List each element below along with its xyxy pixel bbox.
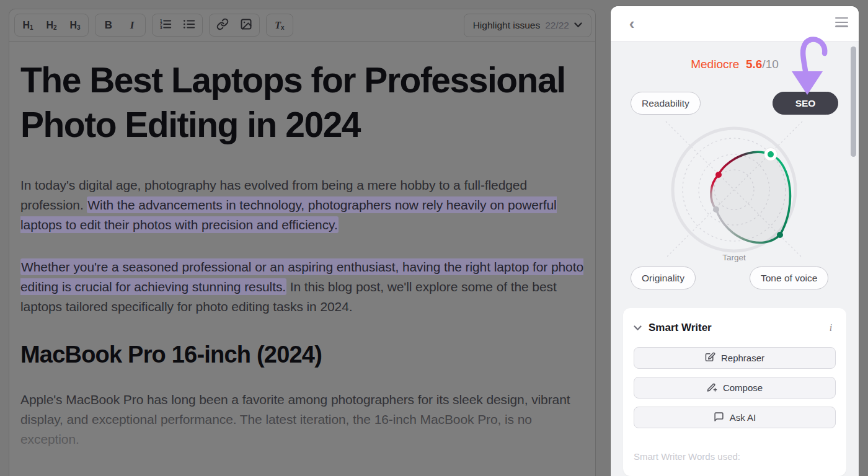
- document-heading2: MacBook Pro 16-inch (2024): [20, 339, 584, 370]
- editor-container: H1 H2 H3 B I 1 2 3: [9, 9, 596, 476]
- link-icon: [216, 18, 229, 32]
- chat-bubble-icon: [714, 412, 724, 424]
- image-icon: [240, 18, 252, 32]
- h2-label: H: [46, 20, 53, 31]
- paragraph-text: Apple's MacBook Pro has long been a favo…: [20, 392, 570, 446]
- h1-sub: 1: [30, 24, 33, 31]
- panel-header: ‹: [611, 6, 859, 42]
- clear-format-group: Tx: [266, 14, 293, 37]
- tab-originality[interactable]: Originality: [631, 267, 696, 289]
- clear-formatting-icon: T: [275, 20, 281, 31]
- chevron-down-icon: [574, 22, 582, 28]
- highlighted-issue-text[interactable]: With the advancements in technology, pho…: [20, 196, 557, 233]
- readability-point: [715, 172, 722, 178]
- italic-button[interactable]: I: [121, 16, 143, 34]
- list-group: 1 2 3: [152, 14, 203, 37]
- heading2-button[interactable]: H2: [40, 16, 63, 34]
- info-icon[interactable]: i: [826, 322, 836, 333]
- editor-toolbar: H1 H2 H3 B I 1 2 3: [9, 9, 595, 42]
- tab-seo[interactable]: SEO: [773, 92, 838, 115]
- compose-button[interactable]: Compose: [634, 377, 836, 399]
- unordered-list-button[interactable]: [178, 16, 200, 34]
- seo-point: [768, 151, 774, 157]
- smart-writer-title: Smart Writer: [649, 322, 826, 334]
- document-title: The Best Laptops for Professional Photo …: [20, 58, 591, 147]
- seo-point-ring: [764, 148, 777, 161]
- insert-group: [209, 14, 260, 37]
- h3-label: H: [69, 20, 77, 31]
- highlight-issues-count: 22/22: [545, 20, 569, 31]
- hamburger-menu-button[interactable]: [835, 17, 849, 30]
- originality-point: [713, 206, 719, 213]
- tone-point: [777, 232, 783, 238]
- clear-formatting-sub: x: [281, 24, 285, 31]
- ordered-list-icon: 1 2 3: [159, 18, 172, 32]
- paragraph: In today's digital age, photography has …: [20, 175, 586, 235]
- h1-label: H: [22, 20, 30, 31]
- smart-writer-words-used-label: Smart Writer Words used:: [634, 451, 836, 462]
- collapse-chevron-button[interactable]: [634, 324, 642, 332]
- smart-writer-header: Smart Writer i: [634, 322, 836, 334]
- hamburger-icon: [835, 17, 849, 27]
- compose-label: Compose: [723, 382, 763, 393]
- ask-ai-label: Ask AI: [730, 412, 756, 423]
- document-editing-area[interactable]: The Best Laptops for Professional Photo …: [9, 42, 595, 449]
- score-label: Mediocre: [691, 58, 739, 71]
- unordered-list-icon: [182, 18, 196, 32]
- magic-pen-icon: [707, 382, 717, 394]
- highlight-issues-label: Highlight issues: [473, 20, 541, 31]
- smart-writer-card: Smart Writer i Rephraser Compose: [623, 308, 846, 476]
- paragraph: Whether you're a seasoned professional o…: [20, 257, 586, 317]
- h3-sub: 3: [77, 24, 81, 31]
- highlight-issues-dropdown[interactable]: Highlight issues 22/22: [464, 14, 591, 37]
- heading-button-group: H1 H2 H3: [14, 14, 89, 37]
- bold-button[interactable]: B: [97, 16, 120, 34]
- heading3-button[interactable]: H3: [64, 16, 86, 34]
- gauge-target-label: Target: [722, 253, 746, 262]
- rephraser-edit-icon: [705, 352, 715, 364]
- paragraph: Apple's MacBook Pro has long been a favo…: [20, 390, 586, 449]
- overall-score: Mediocre 5.6/10: [611, 58, 859, 71]
- score-value: 5.6: [746, 58, 762, 71]
- panel-scrollbar-thumb[interactable]: [851, 46, 856, 157]
- text-style-group: B I: [95, 14, 146, 37]
- clear-formatting-button[interactable]: Tx: [268, 16, 291, 34]
- chevron-down-icon: [634, 324, 642, 333]
- score-max: /10: [762, 58, 778, 71]
- back-button[interactable]: ‹: [623, 15, 640, 32]
- ordered-list-button[interactable]: 1 2 3: [154, 16, 177, 34]
- image-button[interactable]: [235, 16, 257, 34]
- h2-sub: 2: [53, 24, 57, 31]
- ask-ai-button[interactable]: Ask AI: [634, 407, 836, 428]
- link-button[interactable]: [211, 16, 234, 34]
- tab-readability[interactable]: Readability: [631, 92, 701, 115]
- rephraser-button[interactable]: Rephraser: [634, 347, 836, 369]
- tab-tone-of-voice[interactable]: Tone of voice: [750, 267, 828, 289]
- seo-assistant-panel: ‹ Mediocre 5.6/10 Readability SEO Origin…: [611, 6, 859, 476]
- rephraser-label: Rephraser: [721, 353, 764, 363]
- heading1-button[interactable]: H1: [17, 16, 39, 34]
- svg-text:3: 3: [160, 25, 162, 30]
